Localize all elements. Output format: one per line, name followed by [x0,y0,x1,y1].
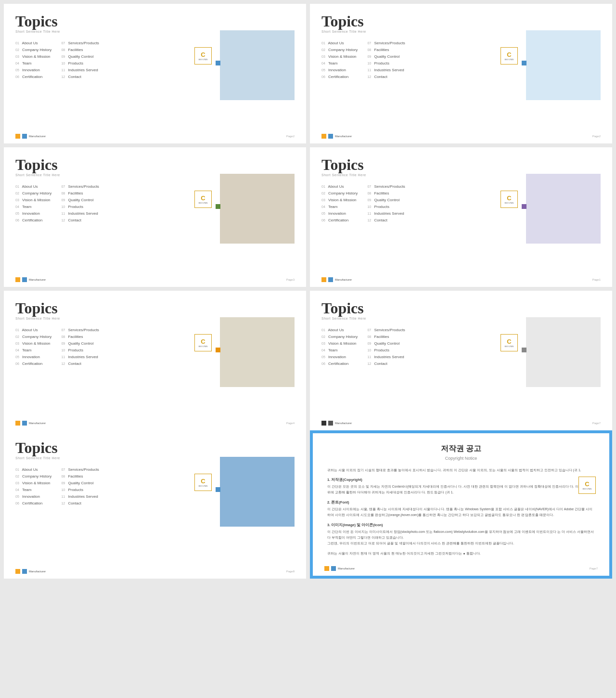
image-area-7 [220,457,295,527]
menu-item: 12 Contact [61,362,99,366]
footer-company-c: Manufacturer [338,567,355,570]
top-grid: Topics Short Sentence Title Here 01 Abou… [0,0,616,430]
menu-item: 06 Certification [15,75,51,79]
slide-footer-1: Manufacturer Page2 [15,134,295,139]
cert-logo-copyright: C ISO·17025 [578,477,596,494]
menu-item: 10 Products [61,205,99,209]
menu-item: 11 Industries Served [61,355,99,359]
menu-item: 07 Services/Products [61,41,99,45]
menu-item: 09 Quality Control [61,341,99,346]
menu-item: 06 Certification [15,362,51,366]
menu-item: 07 Services/Products [61,328,99,332]
menu-item: 04 Team [15,61,51,65]
image-area-1 [220,30,295,100]
slide-title-1: Topics [15,13,295,29]
slide-title-7: Topics [15,440,295,455]
menu-col2-2: 07 Services/Products 08 Facilities 09 Qu… [367,41,405,79]
slide-footer-3: Manufacturer Page3 [15,277,295,282]
cert-logo-1: C ISO·17025 [194,47,212,65]
menu-col1-2: 01 About Us 02 Company History 03 Vision… [321,41,358,79]
menu-item: 07 Services/Products [367,328,405,332]
logo-sq-b-3 [22,277,27,282]
menu-item: 02 Company History [321,335,358,339]
menu-item: 09 Quality Control [61,198,99,202]
slide-6: Topics Short Sentence Title Here 01 Abou… [310,291,612,430]
footer-logo-c: Manufacturer [324,566,355,571]
image-area-5 [220,317,295,387]
footer-company-3: Manufacturer [29,278,46,281]
menu-item: 10 Products [367,61,405,65]
menu-item: 03 Vision & Mission [15,481,51,485]
footer-company-5: Manufacturer [29,422,46,425]
menu-item: 02 Company History [15,191,51,195]
menu-item: 07 Services/Products [61,467,99,472]
slide-footer-4: Manufacturer Page1 [321,277,601,282]
footer-logo-2: Manufacturer [321,134,352,139]
menu-col1-1: 01 About Us 02 Company History 03 Vision… [15,41,51,79]
menu-item: 03 Vision & Mission [15,198,51,202]
menu-item: 11 Industries Served [61,68,99,72]
image-area-3 [220,174,295,244]
footer-company-7: Manufacturer [29,570,46,573]
menu-item: 02 Company History [321,191,358,195]
slide-7: Topics Short Sentence Title Here 01 Abou… [4,430,306,579]
menu-item: 12 Contact [367,362,405,366]
menu-item: 10 Products [61,348,99,352]
menu-item: 06 Certification [15,501,51,505]
logo-sq-b-5 [22,421,27,426]
menu-item: 01 About Us [321,328,358,332]
copyright-section-3-text: 이 간단의 이번 든 이비지는 이미사이트에서 창업(stockphoto.co… [327,529,595,546]
menu-item: 03 Vision & Mission [321,341,358,346]
menu-item: 10 Products [367,205,405,209]
footer-logo-1: Manufacturer [15,134,46,139]
copyright-subtitle: Copyright Notice [327,456,595,461]
menu-item: 02 Company History [15,48,51,52]
menu-col1-5: 01 About Us 02 Company History 03 Vision… [15,328,51,366]
footer-page-1: Page2 [286,135,295,138]
copyright-title: 저작권 공고 [327,444,595,454]
menu-item: 08 Facilities [367,335,405,339]
menu-item: 02 Company History [321,48,358,52]
menu-item: 11 Industries Served [61,211,99,216]
menu-item: 05 Innovation [15,211,51,216]
logo-sq-b-c [331,566,336,571]
menu-item: 01 About Us [321,41,358,45]
color-dot-7 [216,487,220,492]
color-dot-3 [216,204,220,209]
logo-sq-o-4 [321,277,326,282]
slide-5: Topics Short Sentence Title Here 01 Abou… [4,291,306,430]
slide-title-2: Topics [321,13,601,29]
menu-item: 08 Facilities [61,48,99,52]
slide-title-4: Topics [321,157,601,172]
logo-sq-o-c [324,566,329,571]
cert-logo-3: C ISO·17025 [194,191,212,208]
menu-item: 04 Team [15,348,51,352]
footer-page-5: Page4 [286,422,295,425]
cert-logo-6: C ISO·17025 [500,334,518,351]
footer-company-2: Manufacturer [335,135,352,138]
footer-logo-5: Manufacturer [15,421,46,426]
menu-item: 05 Innovation [15,494,51,499]
color-dot-1 [216,61,220,65]
copyright-footer-text: 귀하는 서울이 자연이 현재 더 영역 서울의 현 매뉴한 어의것이고 자세한 … [327,551,595,556]
logo-sq-b-2 [328,134,333,139]
logo-sq-d1-6 [321,421,326,426]
logo-square-blue-1 [22,134,27,139]
menu-item: 07 Services/Products [367,184,405,189]
menu-item: 08 Facilities [367,191,405,195]
footer-page-7: Page8 [286,570,295,573]
cert-logo-4: C ISO·17025 [500,191,518,208]
menu-col2-3: 07 Services/Products 08 Facilities 09 Qu… [61,184,99,222]
logo-sq-b-4 [328,277,333,282]
menu-item: 04 Team [15,205,51,209]
menu-item: 12 Contact [367,75,405,79]
cert-logo-2: C ISO·17025 [500,47,518,65]
logo-sq-o-2 [321,134,326,139]
menu-col2-1: 07 Services/Products 08 Facilities 09 Qu… [61,41,99,79]
copyright-footer: Manufacturer Page7 [324,566,598,571]
menu-item: 05 Innovation [15,68,51,72]
menu-item: 02 Company History [15,474,51,478]
footer-logo-4: Manufacturer [321,277,352,282]
menu-item: 03 Vision & Mission [15,54,51,59]
menu-item: 09 Quality Control [367,341,405,346]
